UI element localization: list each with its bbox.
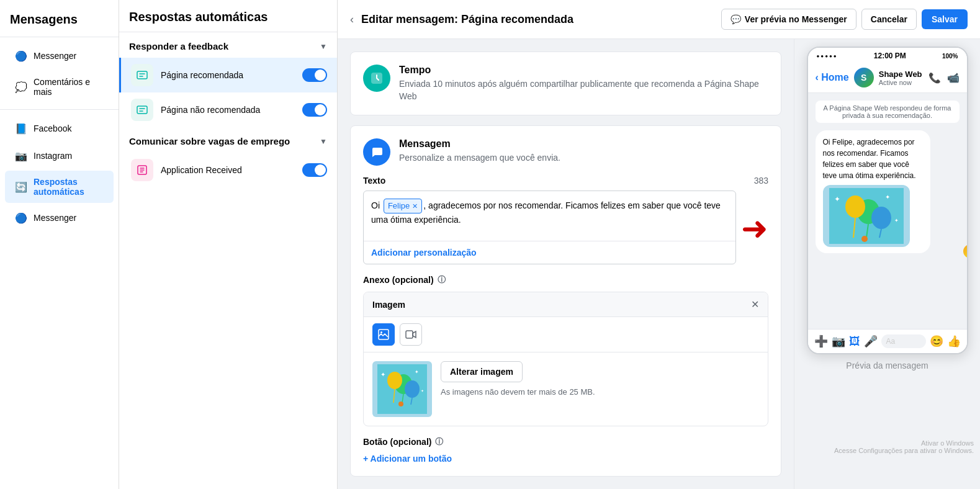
- back-button[interactable]: ‹: [350, 14, 354, 25]
- menu-item-pagina-nao-recomendada[interactable]: Página não recomendada: [119, 92, 337, 127]
- sidebar-label-respostas: Respostas automáticas: [34, 177, 104, 197]
- video-tab-button[interactable]: [400, 323, 422, 346]
- message-text-container: Oi Felipe✕, agradecemos por nos recomend…: [363, 191, 736, 264]
- sidebar-item-messenger2[interactable]: 🔵 Messenger: [5, 205, 114, 230]
- application-received-icon: [131, 159, 153, 181]
- svg-point-15: [405, 380, 420, 398]
- emoji-icon[interactable]: 😊: [930, 334, 943, 348]
- svg-point-5: [380, 331, 382, 333]
- phone-time: 12:00 PM: [874, 52, 906, 60]
- sidebar-label-facebook: Facebook: [34, 123, 71, 133]
- message-prefix: Oi: [371, 200, 382, 210]
- divider-2: [0, 109, 119, 110]
- section-label-vagas: Comunicar sobre vagas de emprego: [129, 136, 290, 146]
- messenger-chat-status: Active now: [879, 79, 924, 86]
- save-button[interactable]: Salvar: [922, 9, 968, 29]
- divider-1: [0, 37, 119, 37]
- tempo-subtitle: Enviada 10 minutos após alguém compartil…: [399, 78, 768, 102]
- image-tab-button[interactable]: [372, 323, 395, 346]
- botao-header: Botão (opcional) ⓘ: [363, 436, 768, 447]
- image-note: As imagens não devem ter mais de 25 MB.: [441, 387, 759, 397]
- plus-icon[interactable]: ➕: [814, 334, 828, 348]
- name-tag[interactable]: Felipe✕: [384, 199, 422, 213]
- sidebar-item-comentarios[interactable]: 💭 Comentários e mais: [5, 71, 114, 103]
- svg-point-24: [845, 195, 865, 218]
- phone-status-bar: ●●●●● 12:00 PM 100%: [808, 48, 967, 63]
- mensagem-card-text: Mensagem Personalize a mensagem que você…: [399, 138, 560, 164]
- chat-body: A Página Shape Web respondeu de forma pr…: [808, 93, 967, 329]
- svg-point-17: [398, 402, 403, 406]
- thumbs-up-icon[interactable]: 👍: [947, 334, 961, 348]
- comentarios-icon: 💭: [15, 81, 27, 93]
- pagina-nao-recomendada-label: Página não recomendada: [161, 105, 295, 115]
- menu-item-pagina-recomendada[interactable]: Página recomendada: [119, 58, 337, 92]
- cancel-button[interactable]: Cancelar: [861, 9, 917, 30]
- texto-label: Texto 383: [363, 176, 768, 186]
- section-comunicar-vagas[interactable]: Comunicar sobre vagas de emprego ▼: [119, 127, 337, 153]
- mensagem-card-header: Mensagem Personalize a mensagem que você…: [363, 138, 768, 166]
- camera-icon[interactable]: 📷: [832, 334, 845, 348]
- svg-text:✦: ✦: [380, 371, 385, 378]
- main-header: ‹ Editar mensagem: Página recomendada 💬 …: [338, 0, 980, 39]
- mensagem-card: Mensagem Personalize a mensagem que você…: [350, 125, 781, 477]
- messenger-header: ‹ Home S Shape Web Active now 📞 📹: [808, 63, 967, 93]
- chevron-down-icon: ▼: [320, 42, 327, 51]
- svg-text:✦: ✦: [421, 389, 424, 393]
- section-responder-feedback[interactable]: Responder a feedback ▼: [119, 32, 337, 58]
- pagina-recomendada-toggle[interactable]: [302, 68, 327, 82]
- image-icon[interactable]: 🖼: [849, 335, 860, 348]
- balloon-preview-image: ✦ ✦ ✦: [372, 361, 432, 417]
- sidebar-label-instagram: Instagram: [34, 151, 72, 161]
- section-label-responder: Responder a feedback: [129, 41, 228, 52]
- menu-item-application-received[interactable]: Application Received: [119, 153, 337, 187]
- svg-rect-0: [137, 71, 147, 79]
- chat-bubble: Oi Felipe, agradecemos por nos recomenda…: [816, 130, 931, 253]
- preview-button[interactable]: 💬 Ver prévia no Messenger: [721, 9, 856, 30]
- messenger-back-button[interactable]: ‹ Home: [816, 72, 849, 83]
- app-title: Mensagens: [0, 5, 119, 32]
- svg-point-13: [387, 372, 402, 389]
- phone-mockup: ●●●●● 12:00 PM 100% ‹ Home S Shape Web A…: [807, 47, 968, 354]
- signal-dots: ●●●●●: [817, 53, 838, 59]
- attachment-header: Anexo (opcional) ⓘ: [363, 274, 768, 285]
- svg-point-26: [871, 207, 891, 229]
- video-icon[interactable]: 📹: [947, 72, 960, 84]
- sidebar-label-messenger: Messenger: [34, 51, 76, 61]
- message-suffix: , agradecemos por nos recomendar. Ficamo…: [371, 200, 721, 225]
- call-icon[interactable]: 📞: [928, 72, 941, 84]
- attachment-tabs: [364, 317, 768, 352]
- chevron-down-icon-2: ▼: [320, 137, 327, 146]
- sidebar-label-comentarios: Comentários e mais: [34, 77, 104, 97]
- pagina-nao-recomendada-toggle[interactable]: [302, 103, 327, 117]
- instagram-icon: 📷: [15, 150, 27, 162]
- add-personalization-link[interactable]: Adicionar personalização: [364, 241, 735, 264]
- preview-panel: ●●●●● 12:00 PM 100% ‹ Home S Shape Web A…: [794, 39, 980, 489]
- header-actions: 💬 Ver prévia no Messenger Cancelar Salva…: [721, 9, 968, 30]
- sidebar-item-respostas[interactable]: 🔄 Respostas automáticas: [5, 171, 114, 203]
- main-content: ‹ Editar mensagem: Página recomendada 💬 …: [338, 0, 980, 489]
- pagina-nao-recomendada-icon: [131, 99, 153, 121]
- tag-remove[interactable]: ✕: [412, 201, 418, 212]
- message-text-content[interactable]: Oi Felipe✕, agradecemos por nos recomend…: [364, 191, 735, 241]
- chat-text-input[interactable]: Aa: [881, 334, 926, 348]
- editor-panel: Tempo Enviada 10 minutos após alguém com…: [338, 39, 794, 489]
- attachment-section: Anexo (opcional) ⓘ Imagem ✕: [363, 274, 768, 426]
- sidebar-item-instagram[interactable]: 📷 Instagram: [5, 143, 114, 168]
- mensagem-subtitle: Personalize a mensagem que você envia.: [399, 152, 560, 164]
- attachment-close-button[interactable]: ✕: [751, 298, 759, 310]
- svg-text:✦: ✦: [415, 369, 419, 375]
- tempo-card-header: Tempo Enviada 10 minutos após alguém com…: [363, 65, 768, 102]
- attachment-title-bar: Imagem ✕: [364, 292, 768, 317]
- application-received-toggle[interactable]: [302, 163, 327, 177]
- sidebar-item-facebook[interactable]: 📘 Facebook: [5, 116, 114, 141]
- add-botao-link[interactable]: + Adicionar um botão: [363, 454, 768, 464]
- chat-bubble-text: Oi Felipe, agradecemos por nos recomenda…: [823, 138, 916, 180]
- sidebar-item-messenger[interactable]: 🔵 Messenger: [5, 43, 114, 68]
- change-image-button[interactable]: Alterar imagem: [441, 361, 523, 382]
- messenger-preview-icon: 💬: [731, 14, 741, 24]
- tempo-card-text: Tempo Enviada 10 minutos após alguém com…: [399, 65, 768, 102]
- svg-point-28: [861, 236, 868, 242]
- messenger-actions: 📞 📹: [928, 72, 960, 84]
- left-sidebar: Mensagens 🔵 Messenger 💭 Comentários e ma…: [0, 0, 119, 489]
- mic-icon[interactable]: 🎤: [864, 334, 878, 348]
